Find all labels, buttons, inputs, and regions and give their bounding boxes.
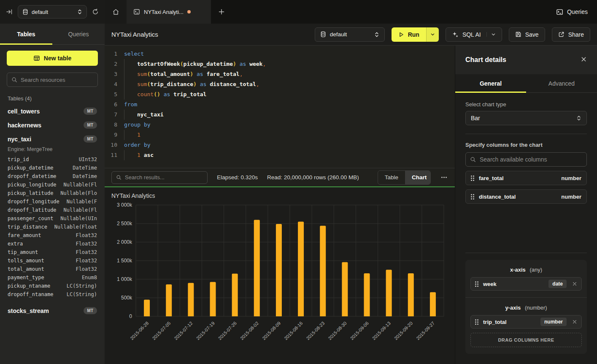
bar[interactable] (430, 292, 436, 316)
column-type: Nullable(Fl (64, 182, 97, 188)
y-axis-chip-trip-total[interactable]: trip_total number (470, 315, 582, 329)
table-row-nyc-taxi[interactable]: nyc_taxi MT (7, 132, 98, 146)
column-name: distance_total (479, 194, 516, 200)
sidebar-search-input[interactable] (21, 77, 95, 83)
bar[interactable] (166, 284, 172, 316)
column-name: pickup_longitude (8, 182, 57, 188)
drag-columns-dropzone[interactable]: DRAG COLUMNS HERE (470, 333, 582, 347)
column-type: Float32 (76, 249, 97, 255)
column-row[interactable]: payment_typeEnum8 (7, 273, 98, 282)
engine-badge: MT (84, 307, 97, 314)
play-icon (398, 32, 404, 38)
code-line[interactable]: 7nyc_taxi (105, 110, 455, 120)
column-row[interactable]: tolls_amountFloat32 (7, 256, 98, 265)
table-row-stocks-stream[interactable]: stocks_stream MT (7, 304, 98, 318)
code-line[interactable]: 6from (105, 100, 455, 110)
code-line[interactable]: 8group by (105, 120, 455, 130)
close-icon (572, 281, 577, 286)
table-row-hackernews[interactable]: hackernews MT (7, 118, 98, 132)
available-column-distance-total[interactable]: distance_total number (465, 189, 587, 204)
bar[interactable] (276, 224, 282, 316)
chart-title: NYTaxi Analytics (111, 192, 455, 199)
column-row[interactable]: fare_amountFloat32 (7, 231, 98, 240)
query-toolbar: NYTaxi Analytics default Run (105, 24, 597, 46)
code-line[interactable]: 1select (105, 49, 455, 59)
database-selector[interactable]: default (18, 5, 87, 19)
bar[interactable] (342, 262, 348, 316)
column-row[interactable]: dropoff_longitudeNullable(F (7, 197, 98, 206)
view-toggle-table[interactable]: Table (378, 171, 405, 184)
close-panel-button[interactable] (581, 56, 587, 64)
columns-search-input[interactable] (480, 156, 582, 163)
save-button[interactable]: Save (509, 27, 545, 42)
column-row[interactable]: dropoff_latitudeNullable(Fl (7, 206, 98, 214)
column-name: dropoff_latitude (8, 207, 57, 213)
column-row[interactable]: pickup_datetimeDateTime (7, 164, 98, 172)
column-row[interactable]: pickup_longitudeNullable(Fl (7, 181, 98, 189)
column-row[interactable]: pickup_ntanameLC(String) (7, 282, 98, 290)
code-line[interactable]: 5count() as trip_total (105, 89, 455, 100)
bar-chart[interactable]: 0500k1 000k1 500k2 000k2 500k3 000k2015-… (111, 200, 455, 361)
collapse-sidebar-button[interactable] (6, 8, 13, 15)
available-column-fare-total[interactable]: fare_total number (465, 171, 587, 185)
bar[interactable] (210, 282, 216, 316)
code-line[interactable]: 3sum(total_amount) as fare_total, (105, 69, 455, 79)
new-tab-button[interactable] (211, 0, 232, 24)
code-line[interactable]: 2toStartOfWeek(pickup_datetime) as week, (105, 59, 455, 69)
view-toggle: Table Chart (378, 170, 431, 185)
code-line[interactable]: 91 (105, 130, 455, 140)
home-tab[interactable] (105, 0, 127, 24)
run-options-button[interactable] (426, 27, 439, 42)
bar[interactable] (320, 226, 326, 316)
bar[interactable] (254, 220, 260, 316)
x-tick-label: 2015-08-16 (283, 321, 303, 341)
column-type: DateTime (73, 173, 97, 179)
queries-button[interactable]: Queries (556, 8, 588, 16)
column-row[interactable]: dropoff_ntanameLC(String) (7, 290, 98, 299)
chart-type-select[interactable]: Bar (465, 111, 587, 125)
bar[interactable] (298, 222, 304, 316)
collapse-sidebar-icon (6, 8, 13, 15)
sql-ai-button[interactable]: SQL AI (446, 27, 502, 42)
share-button[interactable]: Share (552, 27, 590, 42)
column-row[interactable]: extraFloat32 (7, 240, 98, 248)
bar[interactable] (144, 299, 150, 316)
tab-advanced[interactable]: Advanced (526, 74, 597, 92)
save-button-label: Save (525, 31, 539, 38)
column-row[interactable]: dropoff_datetimeDateTime (7, 172, 98, 181)
sql-editor[interactable]: 1select2toStartOfWeek(pickup_datetime) a… (105, 46, 455, 168)
ellipsis-icon (441, 177, 443, 178)
remove-x-axis-column-button[interactable] (572, 281, 577, 286)
view-toggle-chart[interactable]: Chart (405, 171, 431, 184)
column-row[interactable]: trip_idUInt32 (7, 155, 98, 164)
bar[interactable] (386, 270, 392, 316)
x-axis-chip-week[interactable]: week date (470, 277, 582, 291)
column-row[interactable]: passenger_countNullable(UIn (7, 214, 98, 223)
code-line[interactable]: 4sum(trip_distance) as distance_total, (105, 79, 455, 89)
run-button[interactable]: Run (392, 27, 426, 42)
code-text: sum(trip_distance) as distance_total, (124, 79, 259, 89)
code-line[interactable]: 10order by (105, 140, 455, 150)
refresh-button[interactable] (92, 8, 99, 15)
bar[interactable] (408, 273, 414, 316)
column-row[interactable]: pickup_latitudeNullable(Flo (7, 189, 98, 197)
remove-y-axis-column-button[interactable] (572, 319, 577, 324)
new-table-button[interactable]: New table (7, 51, 98, 66)
column-row[interactable]: trip_distanceNullable(Float (7, 223, 98, 231)
bar[interactable] (364, 273, 370, 316)
sidebar-tab-tables[interactable]: Tables (0, 24, 52, 44)
more-options-button[interactable] (440, 177, 448, 178)
bar[interactable] (232, 274, 238, 316)
results-search-input[interactable] (125, 174, 203, 181)
bar[interactable] (188, 283, 194, 316)
column-row[interactable]: tip_amountFloat32 (7, 248, 98, 256)
sidebar-tab-queries[interactable]: Queries (52, 24, 105, 44)
tab-nytaxi-analytics[interactable]: NYTaxi Analyti... (127, 0, 211, 24)
sql-ai-options[interactable] (486, 32, 496, 37)
column-name: tolls_amount (8, 258, 44, 264)
tab-general[interactable]: General (455, 74, 526, 92)
column-row[interactable]: total_amountFloat32 (7, 265, 98, 273)
toolbar-database-selector[interactable]: default (315, 27, 385, 42)
code-line[interactable]: 111 asc (105, 150, 455, 160)
table-row-cell-towers[interactable]: cell_towers MT (7, 104, 98, 118)
